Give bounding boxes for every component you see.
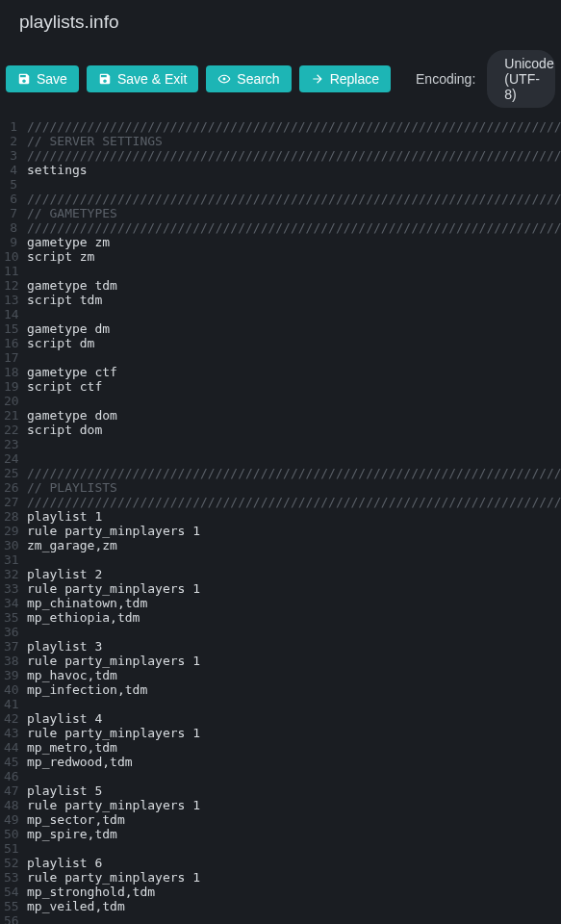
code-line[interactable]: rule party_minplayers 1 <box>27 654 561 668</box>
code-line[interactable]: gametype tdm <box>27 278 561 293</box>
code-line[interactable] <box>27 437 561 451</box>
line-number: 48 <box>4 798 17 812</box>
code-line[interactable] <box>27 625 561 639</box>
code-line[interactable]: mp_metro,tdm <box>27 740 561 755</box>
code-line[interactable] <box>27 451 561 466</box>
code-line[interactable]: script dm <box>27 336 561 350</box>
line-number: 50 <box>4 827 17 841</box>
code-line[interactable]: ////////////////////////////////////////… <box>27 192 561 206</box>
line-number-gutter: 1234567891011121314151617181920212223242… <box>0 119 23 924</box>
code-line[interactable]: ////////////////////////////////////////… <box>27 466 561 480</box>
line-number: 55 <box>4 899 17 913</box>
save-button-label: Save <box>37 71 67 87</box>
code-line[interactable]: mp_chinatown,tdm <box>27 596 561 610</box>
code-line[interactable]: mp_infection,tdm <box>27 682 561 697</box>
code-line[interactable]: rule party_minplayers 1 <box>27 581 561 596</box>
code-content[interactable]: ////////////////////////////////////////… <box>23 119 561 924</box>
code-line[interactable]: rule party_minplayers 1 <box>27 798 561 812</box>
code-line[interactable]: // PLAYLISTS <box>27 480 561 495</box>
code-line[interactable]: playlist 3 <box>27 639 561 654</box>
replace-button[interactable]: Replace <box>299 65 391 92</box>
line-number: 54 <box>4 885 17 899</box>
line-number: 13 <box>4 293 17 307</box>
code-line[interactable]: script zm <box>27 249 561 264</box>
encoding-select[interactable]: Unicode (UTF-8) <box>487 50 555 108</box>
code-line[interactable]: // SERVER SETTINGS <box>27 134 561 148</box>
line-number: 2 <box>4 134 17 148</box>
code-line[interactable] <box>27 697 561 711</box>
line-number: 23 <box>4 437 17 451</box>
line-number: 38 <box>4 654 17 668</box>
line-number: 33 <box>4 581 17 596</box>
code-line[interactable]: mp_veiled,tdm <box>27 899 561 913</box>
code-line[interactable] <box>27 841 561 856</box>
code-line[interactable]: mp_spire,tdm <box>27 827 561 841</box>
code-editor[interactable]: 1234567891011121314151617181920212223242… <box>0 119 561 924</box>
code-line[interactable] <box>27 307 561 321</box>
code-line[interactable]: script ctf <box>27 379 561 394</box>
line-number: 25 <box>4 466 17 480</box>
line-number: 36 <box>4 625 17 639</box>
code-line[interactable] <box>27 394 561 408</box>
code-line[interactable]: playlist 4 <box>27 711 561 726</box>
code-line[interactable] <box>27 913 561 924</box>
code-line[interactable] <box>27 350 561 365</box>
code-line[interactable]: playlist 1 <box>27 509 561 524</box>
line-number: 45 <box>4 755 17 769</box>
line-number: 11 <box>4 264 17 278</box>
line-number: 8 <box>4 220 17 235</box>
line-number: 29 <box>4 524 17 538</box>
code-line[interactable]: ////////////////////////////////////////… <box>27 220 561 235</box>
code-line[interactable]: gametype dm <box>27 321 561 336</box>
code-line[interactable]: ////////////////////////////////////////… <box>27 119 561 134</box>
file-title: playlists.info <box>0 0 561 44</box>
search-button[interactable]: Search <box>206 65 291 92</box>
line-number: 49 <box>4 812 17 827</box>
code-line[interactable]: mp_ethiopia,tdm <box>27 610 561 625</box>
code-line[interactable]: rule party_minplayers 1 <box>27 870 561 885</box>
code-line[interactable]: mp_stronghold,tdm <box>27 885 561 899</box>
code-line[interactable]: mp_havoc,tdm <box>27 668 561 682</box>
line-number: 37 <box>4 639 17 654</box>
save-icon <box>98 72 112 86</box>
code-line[interactable]: gametype zm <box>27 235 561 249</box>
save-button[interactable]: Save <box>6 65 79 92</box>
line-number: 41 <box>4 697 17 711</box>
code-line[interactable]: // GAMETYPES <box>27 206 561 220</box>
code-line[interactable]: script dom <box>27 423 561 437</box>
code-line[interactable]: script tdm <box>27 293 561 307</box>
code-line[interactable] <box>27 264 561 278</box>
line-number: 21 <box>4 408 17 423</box>
code-line[interactable]: mp_redwood,tdm <box>27 755 561 769</box>
line-number: 44 <box>4 740 17 755</box>
code-line[interactable]: rule party_minplayers 1 <box>27 726 561 740</box>
code-line[interactable]: playlist 6 <box>27 856 561 870</box>
code-line[interactable] <box>27 552 561 567</box>
line-number: 16 <box>4 336 17 350</box>
code-line[interactable]: ////////////////////////////////////////… <box>27 148 561 163</box>
code-line[interactable]: mp_sector,tdm <box>27 812 561 827</box>
line-number: 52 <box>4 856 17 870</box>
line-number: 42 <box>4 711 17 726</box>
code-line[interactable]: settings <box>27 163 561 177</box>
line-number: 5 <box>4 177 17 192</box>
line-number: 56 <box>4 913 17 924</box>
code-line[interactable]: playlist 2 <box>27 567 561 581</box>
code-line[interactable]: gametype ctf <box>27 365 561 379</box>
line-number: 31 <box>4 552 17 567</box>
line-number: 10 <box>4 249 17 264</box>
line-number: 53 <box>4 870 17 885</box>
code-line[interactable]: zm_garage,zm <box>27 538 561 552</box>
line-number: 39 <box>4 668 17 682</box>
code-line[interactable] <box>27 769 561 783</box>
line-number: 6 <box>4 192 17 206</box>
code-line[interactable]: ////////////////////////////////////////… <box>27 495 561 509</box>
line-number: 14 <box>4 307 17 321</box>
code-line[interactable]: playlist 5 <box>27 783 561 798</box>
line-number: 40 <box>4 682 17 697</box>
save-exit-button[interactable]: Save & Exit <box>87 65 198 92</box>
code-line[interactable]: rule party_minplayers 1 <box>27 524 561 538</box>
line-number: 43 <box>4 726 17 740</box>
code-line[interactable] <box>27 177 561 192</box>
code-line[interactable]: gametype dom <box>27 408 561 423</box>
